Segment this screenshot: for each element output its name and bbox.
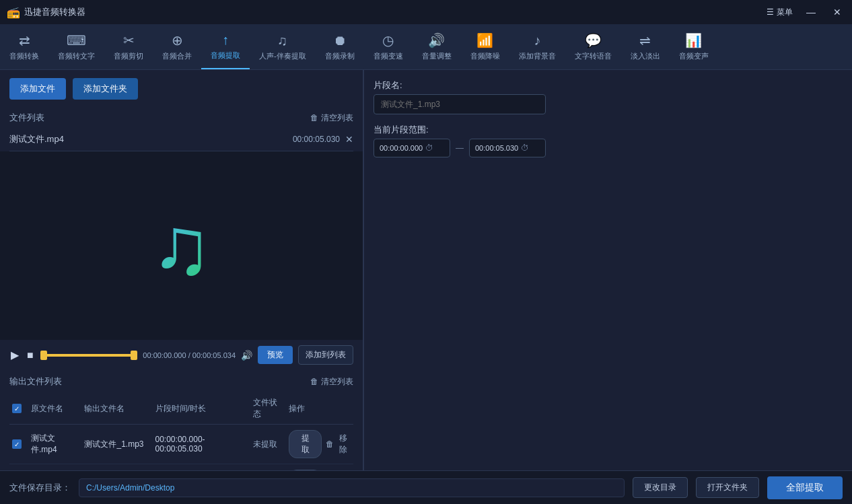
segment-name-input[interactable] [374,94,546,114]
text-to-speech-icon: 💬 [585,32,602,48]
extract-all-button[interactable]: 全部提取 [767,476,843,499]
clear-output-label: 清空列表 [321,376,353,388]
player-controls: ▶ ■ 00:00:00.000 / 00:00:05.034 🔊 预览 添 [0,340,363,370]
audio-change-icon: 📊 [685,32,702,48]
toolbar-item-text-to-speech[interactable]: 💬 文字转语音 [565,24,621,69]
toolbar-label-add-bgm: 添加背景音 [519,51,556,61]
time-total: 00:00:05.034 [192,351,236,359]
timeline-bar[interactable] [40,354,138,357]
add-file-button[interactable]: 添加文件 [9,78,66,100]
table-row: 测试文件.mp4 测试文件_1.mp3 00:00:00.000-00:00:0… [9,425,353,464]
audio-record-icon: ⏺ [333,33,347,48]
main-content: 添加文件 添加文件夹 文件列表 🗑 清空列表 测试文件.mp4 00:00:05… [0,70,852,504]
row-1-checkbox[interactable] [12,439,22,449]
file-remove-button[interactable]: ✕ [345,134,353,145]
audio-speed-icon: ◷ [382,32,394,48]
row-1-original: 测试文件.mp4 [28,425,81,464]
range-start-input[interactable]: 00:00:00.000 ⏱ [374,139,450,157]
toolbar-label-audio-cut: 音频剪切 [114,51,143,61]
volume-icon[interactable]: 🔊 [241,350,252,361]
timeline-handle-left[interactable] [40,351,47,360]
toolbar-item-vocal-extract[interactable]: ♫ 人声-伴奏提取 [250,24,316,69]
stop-button[interactable]: ■ [26,348,35,363]
range-section: 当前片段范围: 00:00:00.000 ⏱ — 00:00:05.030 ⏱ [374,121,546,157]
col-checkbox [9,393,28,425]
range-end-icon[interactable]: ⏱ [521,143,529,153]
menu-button[interactable]: ☰ 菜单 [767,7,793,18]
range-separator: — [456,143,464,153]
toolbar-item-add-bgm[interactable]: ♪ 添加背景音 [509,24,565,69]
toolbar-item-audio-convert[interactable]: ⇄ 音频转换 [0,24,48,69]
open-folder-button[interactable]: 打开文件夹 [696,477,759,498]
timeline-handle-right[interactable] [131,351,137,360]
file-item-right: 00:00:05.030 ✕ [293,134,353,145]
toolbar-item-audio-record[interactable]: ⏺ 音频录制 [316,24,364,69]
toolbar-label-vocal-extract: 人声-伴奏提取 [259,51,306,61]
select-all-checkbox[interactable] [12,404,22,413]
app-title: 迅捷音频转换器 [24,6,85,18]
add-folder-button[interactable]: 添加文件夹 [73,78,138,100]
close-button[interactable]: ✕ [829,5,845,19]
row-1-output: 测试文件_1.mp3 [81,425,152,464]
minimize-button[interactable]: — [802,5,820,19]
range-label: 当前片段范围: [374,124,546,136]
range-end-input[interactable]: 00:00:05.030 ⏱ [469,139,546,157]
fade-icon: ⇌ [639,32,651,48]
row-1-ops-cell: 提取 🗑 移除 [289,430,351,458]
toolbar-item-audio-change[interactable]: 📊 音频变声 [670,24,718,69]
trash-icon-row1: 🗑 [326,439,334,449]
audio-convert-icon: ⇄ [19,32,30,48]
file-list-section: 文件列表 🗑 清空列表 测试文件.mp4 00:00:05.030 ✕ [0,108,363,151]
row-1-status: 未提取 [250,425,286,464]
toolbar-item-audio-cut[interactable]: ✂ 音频剪切 [104,24,153,69]
save-dir-input[interactable] [79,478,625,497]
toolbar-item-volume-adjust[interactable]: 🔊 音量调整 [413,24,461,69]
play-button[interactable]: ▶ [9,347,20,363]
row-checkbox-1[interactable] [9,425,28,464]
toolbar-item-fade[interactable]: ⇌ 淡入淡出 [621,24,670,69]
player-timeline: ▶ ■ 00:00:00.000 / 00:00:05.034 🔊 预览 添 [9,345,353,365]
segment-name-label: 片段名: [374,79,546,92]
list-item: 测试文件.mp4 00:00:05.030 ✕ [9,128,353,151]
preview-area: ♫ ▶ ■ 00:00:00.000 / 00:00:05. [0,151,363,370]
file-item-name: 测试文件.mp4 [9,133,64,145]
range-start-value: 00:00:00.000 [380,144,423,152]
change-dir-button[interactable]: 更改目录 [633,477,688,498]
file-list-title: 文件列表 [9,112,44,124]
title-bar-controls: ☰ 菜单 — ✕ [767,5,845,19]
clear-output-list-button[interactable]: 🗑 清空列表 [310,376,353,388]
row-1-remove-button[interactable]: 🗑 移除 [326,433,351,456]
toolbar-item-audio-extract[interactable]: ↑ 音频提取 [201,24,250,69]
time-current: 00:00:00.000 [143,351,186,359]
noise-reduction-icon: 📶 [476,32,493,48]
left-panel: 添加文件 添加文件夹 文件列表 🗑 清空列表 测试文件.mp4 00:00:05… [0,70,363,504]
audio-cut-icon: ✂ [123,32,135,48]
col-segment-time: 片段时间/时长 [153,393,251,425]
timeline-range [40,354,138,357]
row-1-segment: 00:00:00.000-00:00:05.030 [153,425,251,464]
clear-file-list-button[interactable]: 🗑 清空列表 [310,112,353,124]
row-1-operations: 提取 🗑 移除 [286,425,353,464]
add-bgm-icon: ♪ [534,33,540,48]
right-panel: 片段名: 当前片段范围: 00:00:00.000 ⏱ — 00:00:05.0… [363,70,555,504]
save-dir-label: 文件保存目录： [9,482,71,494]
file-item-duration: 00:00:05.030 [293,135,340,144]
toolbar-item-audio-merge[interactable]: ⊕ 音频合并 [153,24,201,69]
toolbar-item-noise-reduction[interactable]: 📶 音频降噪 [461,24,509,69]
preview-button[interactable]: 预览 [258,346,293,364]
range-inputs: 00:00:00.000 ⏱ — 00:00:05.030 ⏱ [374,139,546,157]
toolbar-item-audio-to-text[interactable]: ⌨ 音频转文字 [48,24,104,69]
vocal-extract-icon: ♫ [277,33,287,48]
toolbar-item-audio-speed[interactable]: ◷ 音频变速 [364,24,413,69]
range-end-value: 00:00:05.030 [475,144,518,152]
add-to-list-button[interactable]: 添加到列表 [298,345,353,365]
audio-merge-icon: ⊕ [172,32,183,48]
toolbar: ⇄ 音频转换 ⌨ 音频转文字 ✂ 音频剪切 ⊕ 音频合并 ↑ 音频提取 ♫ 人声… [0,24,852,70]
trash-icon-output: 🗑 [310,377,318,386]
segment-name-section: 片段名: [374,79,546,114]
output-header: 输出文件列表 🗑 清空列表 [9,370,353,393]
add-buttons-row: 添加文件 添加文件夹 [0,70,363,108]
app-logo-icon: 📻 [7,6,20,19]
range-start-icon[interactable]: ⏱ [425,143,433,153]
row-1-extract-button[interactable]: 提取 [289,430,322,458]
